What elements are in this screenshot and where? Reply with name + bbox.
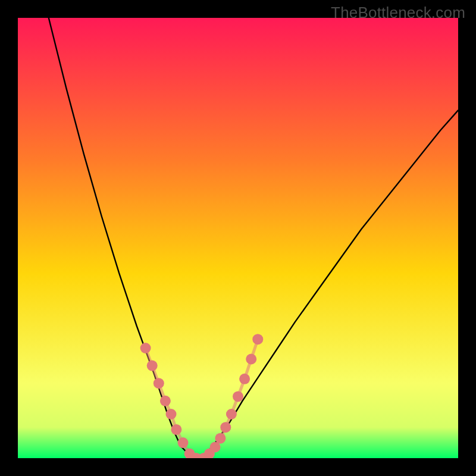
marker-dot [147, 361, 158, 371]
marker-dot [140, 343, 151, 353]
bottleneck-chart [18, 18, 458, 458]
marker-dot [215, 433, 226, 444]
marker-dot [178, 437, 189, 448]
marker-dot [166, 409, 177, 419]
marker-dot [154, 378, 164, 389]
marker-dot [252, 334, 263, 345]
marker-dot [226, 409, 237, 419]
marker-dot [171, 424, 181, 435]
marker-dot [239, 374, 250, 384]
marker-dot [160, 396, 171, 406]
marker-dot [220, 422, 231, 433]
chart-canvas [18, 18, 458, 458]
marker-dot [246, 354, 256, 365]
marker-dot [233, 391, 243, 402]
